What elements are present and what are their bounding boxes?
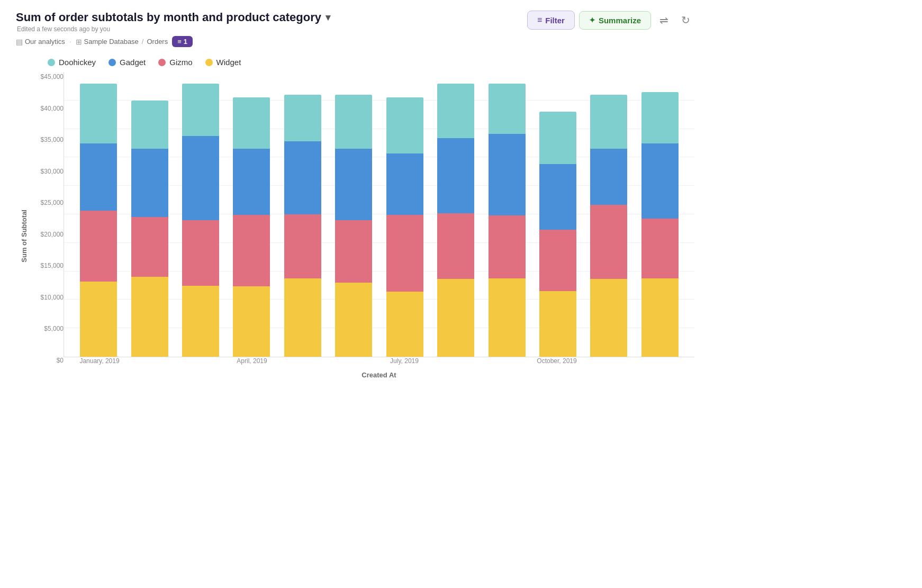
y-tick: $15,000 xyxy=(41,262,64,269)
summarize-button[interactable]: ✦ Summarize xyxy=(579,11,651,30)
chart-title[interactable]: Sum of order subtotals by month and prod… xyxy=(16,11,330,24)
doohickey-segment xyxy=(182,84,219,136)
widget-segment xyxy=(641,278,679,357)
gizmo-segment xyxy=(386,215,423,292)
widget-segment xyxy=(590,279,627,357)
gadget-segment xyxy=(539,164,576,230)
gadget-segment xyxy=(437,138,474,213)
widget-segment xyxy=(437,279,474,357)
bar-group xyxy=(330,72,377,357)
legend-item-doohickey[interactable]: Doohickey xyxy=(48,58,96,67)
breadcrumb: ▤ Our analytics · ⊞ Sample Database / Or… xyxy=(16,36,330,47)
widget-segment xyxy=(182,286,219,357)
gizmo-segment xyxy=(233,215,270,286)
bar-stack[interactable] xyxy=(437,84,474,357)
sort-settings-button[interactable]: ⇌ xyxy=(655,12,673,29)
gadget-segment xyxy=(80,143,117,211)
bar-stack[interactable] xyxy=(539,112,576,357)
y-axis-title-col: Sum of Subtotal xyxy=(16,72,32,379)
y-tick: $0 xyxy=(57,357,64,364)
filter-badge-icon: ≡ xyxy=(177,38,182,46)
gizmo-segment xyxy=(489,215,526,278)
toolbar: ≡ Filter ✦ Summarize ⇌ ↻ xyxy=(527,11,694,30)
doohickey-segment xyxy=(489,84,526,134)
bar-group xyxy=(125,72,173,357)
bar-stack[interactable] xyxy=(489,84,526,357)
refresh-button[interactable]: ↻ xyxy=(677,12,694,29)
gizmo-segment xyxy=(641,219,679,278)
gadget-segment xyxy=(641,143,679,219)
chart-title-text: Sum of order subtotals by month and prod… xyxy=(16,11,321,24)
bars-row xyxy=(64,72,694,357)
gizmo-segment xyxy=(335,220,372,283)
breadcrumb-folder[interactable]: ▤ Our analytics xyxy=(16,38,65,46)
x-tick-label: October, 2019 xyxy=(531,357,582,369)
breadcrumb-db[interactable]: ⊞ Sample Database / Orders xyxy=(76,38,168,46)
y-tick: $20,000 xyxy=(41,231,64,238)
x-tick-label xyxy=(125,357,176,369)
bar-stack[interactable] xyxy=(386,97,423,357)
bar-stack[interactable] xyxy=(182,84,219,357)
x-tick-label xyxy=(481,357,531,369)
doohickey-legend-dot xyxy=(48,59,55,66)
x-tick-label: April, 2019 xyxy=(227,357,277,369)
x-tick-label xyxy=(582,357,633,369)
filter-badge-count: 1 xyxy=(184,38,187,46)
widget-segment xyxy=(386,292,423,357)
legend-item-gadget[interactable]: Gadget xyxy=(109,58,146,67)
bar-group xyxy=(585,72,632,357)
widget-segment xyxy=(284,278,321,357)
bar-group xyxy=(279,72,327,357)
title-dropdown-icon[interactable]: ▾ xyxy=(326,12,330,23)
gadget-segment xyxy=(182,136,219,220)
gadget-segment xyxy=(284,141,321,214)
x-labels-row: January, 2019April, 2019July, 2019Octobe… xyxy=(64,357,694,369)
x-tick-label xyxy=(430,357,481,369)
filter-button[interactable]: ≡ Filter xyxy=(527,11,575,30)
bar-stack[interactable] xyxy=(335,95,372,357)
gadget-segment xyxy=(489,134,526,215)
bar-group xyxy=(228,72,275,357)
bar-group xyxy=(483,72,530,357)
gizmo-legend-label: Gizmo xyxy=(169,58,192,67)
bar-stack[interactable] xyxy=(233,97,270,357)
bar-group xyxy=(432,72,480,357)
gizmo-segment xyxy=(539,230,576,291)
legend-item-gizmo[interactable]: Gizmo xyxy=(158,58,192,67)
widget-legend-dot xyxy=(205,59,213,66)
doohickey-segment xyxy=(335,95,372,149)
filter-button-label: Filter xyxy=(545,16,565,25)
doohickey-segment xyxy=(284,95,321,141)
bar-group xyxy=(534,72,582,357)
bar-group xyxy=(381,72,429,357)
doohickey-segment xyxy=(386,97,423,153)
bar-stack[interactable] xyxy=(641,92,679,357)
legend-item-widget[interactable]: Widget xyxy=(205,58,241,67)
summarize-button-icon: ✦ xyxy=(589,16,595,24)
gizmo-segment xyxy=(182,220,219,286)
y-tick: $30,000 xyxy=(41,168,64,175)
gadget-segment xyxy=(131,149,168,217)
doohickey-segment xyxy=(539,112,576,164)
gadget-segment xyxy=(233,149,270,215)
x-tick-label xyxy=(176,357,227,369)
bar-group xyxy=(636,72,684,357)
x-tick-label: July, 2019 xyxy=(379,357,430,369)
bar-stack[interactable] xyxy=(80,84,117,357)
breadcrumb-db-label: Sample Database xyxy=(84,38,139,46)
bar-group xyxy=(75,72,122,357)
plot-area xyxy=(64,72,694,357)
filter-count-badge[interactable]: ≡ 1 xyxy=(172,36,193,47)
gizmo-segment xyxy=(284,214,321,278)
breadcrumb-folder-label: Our analytics xyxy=(25,38,65,46)
x-tick-label xyxy=(328,357,379,369)
gadget-segment xyxy=(335,149,372,220)
y-tick: $5,000 xyxy=(44,325,64,332)
title-section: Sum of order subtotals by month and prod… xyxy=(16,11,330,47)
bar-stack[interactable] xyxy=(590,95,627,357)
gizmo-segment xyxy=(80,211,117,282)
gizmo-segment xyxy=(131,217,168,277)
bar-stack[interactable] xyxy=(284,95,321,357)
x-tick-label xyxy=(277,357,328,369)
bar-stack[interactable] xyxy=(131,101,168,357)
